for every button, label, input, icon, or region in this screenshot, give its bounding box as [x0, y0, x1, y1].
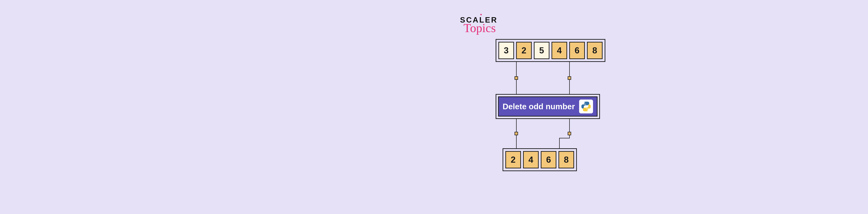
brand-logo: SCALER Topics: [460, 15, 498, 35]
connector-line: [559, 138, 560, 148]
array-cell: 8: [558, 151, 574, 168]
connector-node: [515, 76, 518, 80]
array-cell: 6: [541, 151, 556, 168]
svg-point-1: [587, 110, 588, 110]
array-cell: 4: [552, 42, 567, 59]
connector-line: [559, 138, 570, 138]
action-box: Delete odd number: [496, 94, 600, 119]
array-cell: 3: [498, 42, 514, 59]
svg-point-0: [584, 102, 585, 103]
input-array: 3 2 5 4 6 8: [496, 39, 606, 62]
output-array: 2 4 6 8: [503, 148, 577, 171]
action-label: Delete odd number: [503, 102, 575, 111]
array-cell: 2: [505, 151, 521, 168]
array-cell: 4: [523, 151, 539, 168]
connector-node: [568, 132, 571, 135]
connector-node: [568, 76, 571, 80]
array-cell: 8: [587, 42, 602, 59]
array-cell: 2: [516, 42, 532, 59]
python-icon: [579, 100, 593, 113]
brand-logo-line1: SCALER: [460, 15, 498, 24]
array-cell: 6: [569, 42, 585, 59]
array-cell: 5: [534, 42, 550, 59]
connector-node: [515, 132, 518, 135]
